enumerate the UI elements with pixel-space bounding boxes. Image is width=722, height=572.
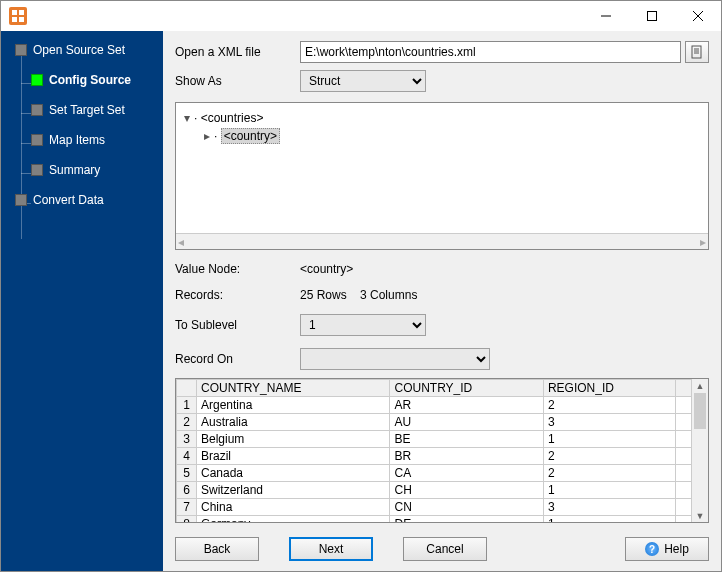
help-button[interactable]: ?Help bbox=[625, 537, 709, 561]
svg-rect-4 bbox=[692, 46, 701, 58]
open-file-label: Open a XML file bbox=[175, 45, 300, 59]
main-panel: Open a XML file Show As Struct ▾· <count… bbox=[163, 31, 721, 571]
table-cell[interactable]: China bbox=[197, 499, 390, 516]
sidebar-item-label: Config Source bbox=[49, 73, 131, 87]
close-button[interactable] bbox=[675, 1, 721, 31]
table-cell[interactable]: Belgium bbox=[197, 431, 390, 448]
table-cell[interactable]: Switzerland bbox=[197, 482, 390, 499]
value-node-label: Value Node: bbox=[175, 262, 300, 276]
table-row[interactable]: 2AustraliaAU3 bbox=[177, 414, 692, 431]
svg-rect-1 bbox=[648, 12, 657, 21]
table-cell[interactable]: AU bbox=[390, 414, 543, 431]
table-cell[interactable]: Australia bbox=[197, 414, 390, 431]
sidebar-item-summary[interactable]: Summary bbox=[1, 157, 163, 183]
next-button[interactable]: Next bbox=[289, 537, 373, 561]
table-cell[interactable]: Germany bbox=[197, 516, 390, 523]
back-button[interactable]: Back bbox=[175, 537, 259, 561]
col-header[interactable]: COUNTRY_NAME bbox=[197, 380, 390, 397]
table-row[interactable]: 3BelgiumBE1 bbox=[177, 431, 692, 448]
vertical-scrollbar[interactable]: ▲ ▼ bbox=[691, 379, 708, 522]
horizontal-scrollbar[interactable]: ◂▸ bbox=[176, 233, 708, 249]
app-icon bbox=[9, 7, 27, 25]
row-header-corner bbox=[177, 380, 197, 397]
table-cell[interactable]: Canada bbox=[197, 465, 390, 482]
maximize-button[interactable] bbox=[629, 1, 675, 31]
expand-icon[interactable]: ▸ bbox=[202, 129, 212, 143]
table-cell[interactable]: 2 bbox=[543, 448, 676, 465]
row-number: 3 bbox=[177, 431, 197, 448]
table-cell[interactable]: 3 bbox=[543, 414, 676, 431]
table-cell[interactable]: Argentina bbox=[197, 397, 390, 414]
value-node-value: <country> bbox=[300, 262, 353, 276]
records-value: 25 Rows 3 Columns bbox=[300, 288, 417, 302]
table-cell[interactable]: CH bbox=[390, 482, 543, 499]
file-path-input[interactable] bbox=[300, 41, 681, 63]
sidebar-item-config-source[interactable]: Config Source bbox=[1, 67, 163, 93]
row-number: 7 bbox=[177, 499, 197, 516]
table-cell[interactable]: 3 bbox=[543, 499, 676, 516]
minimize-button[interactable] bbox=[583, 1, 629, 31]
row-number: 2 bbox=[177, 414, 197, 431]
sidebar-item-label: Set Target Set bbox=[49, 103, 125, 117]
wizard-sidebar: Open Source Set Config Source Set Target… bbox=[1, 31, 163, 571]
sidebar-item-label: Convert Data bbox=[33, 193, 104, 207]
col-header[interactable]: COUNTRY_ID bbox=[390, 380, 543, 397]
show-as-select[interactable]: Struct bbox=[300, 70, 426, 92]
table-row[interactable]: 7ChinaCN3 bbox=[177, 499, 692, 516]
table-cell[interactable]: 1 bbox=[543, 516, 676, 523]
sublevel-select[interactable]: 1 bbox=[300, 314, 426, 336]
record-on-select[interactable] bbox=[300, 348, 490, 370]
sidebar-item-map-items[interactable]: Map Items bbox=[1, 127, 163, 153]
table-cell[interactable]: 1 bbox=[543, 431, 676, 448]
scroll-thumb[interactable] bbox=[694, 393, 706, 429]
sidebar-item-convert-data[interactable]: Convert Data bbox=[1, 187, 163, 213]
row-number: 5 bbox=[177, 465, 197, 482]
row-number: 6 bbox=[177, 482, 197, 499]
cancel-button[interactable]: Cancel bbox=[403, 537, 487, 561]
tree-node-child[interactable]: <country> bbox=[221, 128, 280, 144]
table-cell[interactable]: DE bbox=[390, 516, 543, 523]
sidebar-item-set-target-set[interactable]: Set Target Set bbox=[1, 97, 163, 123]
data-table-wrap: COUNTRY_NAME COUNTRY_ID REGION_ID 1Argen… bbox=[175, 378, 709, 523]
table-row[interactable]: 6SwitzerlandCH1 bbox=[177, 482, 692, 499]
table-cell[interactable]: BR bbox=[390, 448, 543, 465]
table-row[interactable]: 4BrazilBR2 bbox=[177, 448, 692, 465]
sidebar-item-label: Open Source Set bbox=[33, 43, 125, 57]
collapse-icon[interactable]: ▾ bbox=[182, 111, 192, 125]
col-header[interactable]: REGION_ID bbox=[543, 380, 676, 397]
sublevel-label: To Sublevel bbox=[175, 318, 300, 332]
help-icon: ? bbox=[645, 542, 659, 556]
record-on-label: Record On bbox=[175, 352, 300, 366]
table-cell[interactable]: CN bbox=[390, 499, 543, 516]
titlebar bbox=[1, 1, 721, 31]
sidebar-item-label: Map Items bbox=[49, 133, 105, 147]
sidebar-item-label: Summary bbox=[49, 163, 100, 177]
scroll-up-icon[interactable]: ▲ bbox=[692, 379, 708, 392]
row-number: 1 bbox=[177, 397, 197, 414]
col-header-empty bbox=[676, 380, 691, 397]
show-as-label: Show As bbox=[175, 74, 300, 88]
table-cell[interactable]: CA bbox=[390, 465, 543, 482]
table-cell[interactable]: AR bbox=[390, 397, 543, 414]
table-cell[interactable]: 2 bbox=[543, 397, 676, 414]
table-cell[interactable]: 1 bbox=[543, 482, 676, 499]
browse-button[interactable] bbox=[685, 41, 709, 63]
bottom-bar: Back Next Cancel ?Help bbox=[175, 523, 709, 561]
table-cell[interactable]: 2 bbox=[543, 465, 676, 482]
table-cell[interactable]: Brazil bbox=[197, 448, 390, 465]
row-number: 4 bbox=[177, 448, 197, 465]
xml-tree-panel[interactable]: ▾· <countries> ▸· <country> ◂▸ bbox=[175, 102, 709, 250]
table-cell[interactable]: BE bbox=[390, 431, 543, 448]
document-icon bbox=[690, 45, 704, 59]
tree-node-root[interactable]: <countries> bbox=[201, 111, 264, 125]
table-row[interactable]: 8GermanyDE1 bbox=[177, 516, 692, 523]
data-table[interactable]: COUNTRY_NAME COUNTRY_ID REGION_ID 1Argen… bbox=[176, 379, 691, 522]
sidebar-item-open-source-set[interactable]: Open Source Set bbox=[1, 37, 163, 63]
scroll-down-icon[interactable]: ▼ bbox=[692, 509, 708, 522]
row-number: 8 bbox=[177, 516, 197, 523]
table-row[interactable]: 5CanadaCA2 bbox=[177, 465, 692, 482]
table-row[interactable]: 1ArgentinaAR2 bbox=[177, 397, 692, 414]
records-label: Records: bbox=[175, 288, 300, 302]
